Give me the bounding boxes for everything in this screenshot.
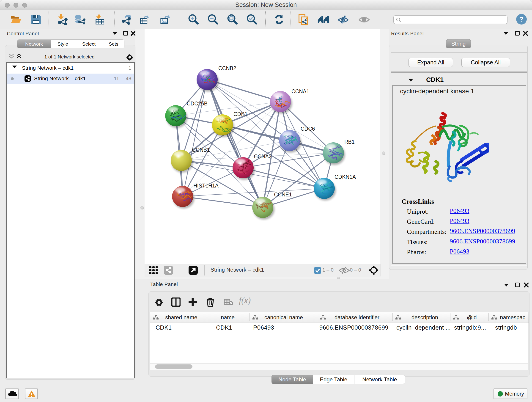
svg-text:CDK1: CDK1 — [234, 111, 247, 117]
svg-text:CCNA2: CCNA2 — [254, 153, 272, 160]
svg-text:HIST1H1A: HIST1H1A — [193, 183, 219, 189]
svg-text:CDC6: CDC6 — [301, 126, 315, 132]
svg-text:CDKN1A: CDKN1A — [335, 174, 356, 180]
svg-text:RB1: RB1 — [344, 139, 355, 145]
svg-text:CCNB2: CCNB2 — [218, 65, 236, 71]
svg-text:CDC25B: CDC25B — [187, 101, 208, 107]
svg-text:CCNB1: CCNB1 — [192, 147, 210, 153]
svg-text:?: ? — [519, 15, 524, 23]
svg-text:CCNE1: CCNE1 — [274, 191, 292, 198]
svg-text:CCNA1: CCNA1 — [291, 89, 309, 95]
